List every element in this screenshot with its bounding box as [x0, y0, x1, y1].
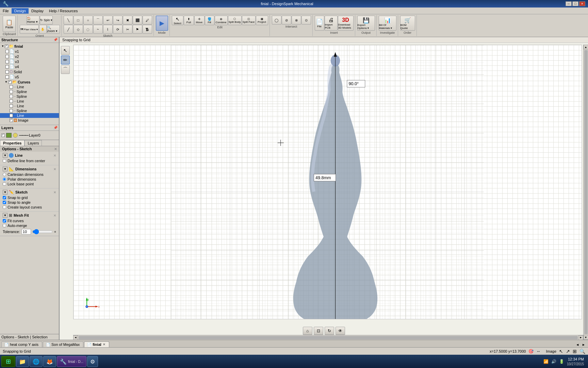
- tree-check-finial[interactable]: [5, 45, 8, 48]
- tree-check-line4[interactable]: [10, 114, 13, 117]
- sketch-btn-6[interactable]: ↪: [113, 16, 122, 25]
- tolerance-input[interactable]: [21, 229, 31, 234]
- start-button[interactable]: ⊞: [1, 356, 15, 367]
- sketch-btn-18[interactable]: 🗜: [143, 25, 152, 34]
- tree-check-line3[interactable]: [10, 104, 13, 108]
- menu-display[interactable]: Display: [29, 8, 46, 14]
- scroll-down-btn[interactable]: ▼: [584, 335, 588, 340]
- sketch-expand[interactable]: ▼: [3, 190, 7, 195]
- sketch-tool-arrow[interactable]: ↖: [61, 46, 70, 55]
- layer-check[interactable]: [1, 134, 5, 137]
- sketch-btn-2[interactable]: □: [74, 16, 83, 25]
- scrollbar-vertical[interactable]: ▲ ▼: [583, 45, 588, 340]
- viewport[interactable]: 90.0° 49.8mm: [73, 45, 582, 319]
- taskbar-explorer[interactable]: 📁: [16, 356, 29, 367]
- titlebar-controls[interactable]: ─ □ ✕: [566, 1, 585, 6]
- canvas-area[interactable]: Snapping to Grid ↖ ✏ ⌒: [59, 37, 588, 340]
- scroll-up-btn[interactable]: ▲: [584, 45, 588, 49]
- tab-finial[interactable]: 📄 finial ✕: [84, 341, 109, 347]
- tree-check-spline2[interactable]: [10, 95, 13, 98]
- taskbar-app5[interactable]: ⚙: [87, 356, 98, 367]
- sketch-btn-3[interactable]: ○: [83, 16, 93, 25]
- tolerance-slider[interactable]: [32, 230, 53, 233]
- menu-file[interactable]: File: [0, 8, 12, 14]
- checkbox-lock-base[interactable]: [3, 182, 6, 186]
- tree-check-spline3[interactable]: [10, 109, 13, 112]
- planview-button[interactable]: 🗺 Plan View ▾: [20, 25, 39, 34]
- tab-finial-close[interactable]: ✕: [103, 343, 105, 346]
- tree-item-v1[interactable]: 📄 v1: [0, 49, 59, 54]
- tree-item-line1[interactable]: ─ Line: [0, 85, 59, 89]
- file-button[interactable]: 📄File: [315, 16, 324, 31]
- tree-item-v4[interactable]: 📄 v4: [0, 64, 59, 69]
- fill-button[interactable]: 🪣Fill: [205, 16, 214, 25]
- split-face-button[interactable]: ◫Split Face: [242, 16, 256, 25]
- sketch-btn-10[interactable]: ╱: [64, 25, 73, 34]
- radio-polar[interactable]: [3, 178, 6, 181]
- sketch-tool-curve[interactable]: ⌒: [61, 65, 70, 74]
- sketch-btn-13[interactable]: ~: [93, 25, 103, 34]
- restore-button[interactable]: □: [572, 1, 578, 6]
- tree-item-v3[interactable]: 📄 v3: [0, 59, 59, 64]
- intersect-btn-1[interactable]: ◯: [272, 16, 281, 25]
- tolerance-increment[interactable]: +: [54, 230, 56, 234]
- pan-button[interactable]: ✋: [39, 25, 47, 34]
- tree-check-spline1[interactable]: [10, 90, 13, 93]
- cursor-move-icon[interactable]: ↗: [566, 349, 570, 354]
- tree-item-spline2[interactable]: ~ Spline: [0, 94, 59, 99]
- close-button[interactable]: ✕: [579, 1, 585, 6]
- intersect-btn-4[interactable]: ⊙: [301, 16, 311, 25]
- line-section-close[interactable]: ✕: [53, 154, 56, 157]
- layers-pin[interactable]: 📌: [53, 126, 58, 130]
- sketch-btn-11[interactable]: ◇: [74, 25, 83, 34]
- taskbar-firefox[interactable]: 🦊: [43, 356, 56, 367]
- sketch-btn-4[interactable]: ⌒: [93, 16, 103, 25]
- scroll-right-btn[interactable]: ►: [578, 335, 583, 340]
- home-button[interactable]: 🏠 Home ▾: [27, 16, 39, 25]
- taskbar-designspark[interactable]: 🔧 finial - D...: [57, 356, 86, 367]
- taskbar-ie[interactable]: 🌐: [30, 356, 43, 367]
- tree-item-finial[interactable]: ▼ 📁 finial: [0, 44, 59, 49]
- download-3d-button[interactable]: 3DDownload 3D Models: [338, 16, 354, 31]
- pull-button[interactable]: ⬆Pull: [184, 16, 194, 25]
- checkbox-auto-merge[interactable]: [3, 224, 6, 227]
- sketch-btn-12[interactable]: ◌: [83, 25, 93, 34]
- tab-heat-comp[interactable]: 📄 heat comp Y axis: [1, 341, 42, 347]
- paste-button[interactable]: 📋 Paste: [3, 16, 16, 32]
- select-button[interactable]: ↖Select: [172, 16, 183, 25]
- sketch-btn-8[interactable]: ⬛: [133, 16, 142, 25]
- view-rotate-btn[interactable]: ↻: [325, 327, 334, 335]
- intersect-btn-3[interactable]: ⊗: [292, 16, 301, 25]
- bom-materials-button[interactable]: 📊Bill Of Materials ▾: [379, 16, 396, 31]
- sketch-btn-1[interactable]: ╲: [64, 16, 73, 25]
- layer-color-swatch[interactable]: [6, 133, 12, 138]
- scroll-hthumb[interactable]: [79, 336, 578, 339]
- radio-cartesian[interactable]: [3, 173, 6, 176]
- combine-button[interactable]: ⊕Combine: [215, 16, 228, 25]
- tree-item-image[interactable]: 🖼 Image: [0, 118, 59, 123]
- layer-color-dot[interactable]: [13, 133, 18, 138]
- sketch-section-close[interactable]: ✕: [53, 190, 56, 194]
- sketch-btn-14[interactable]: ⌇: [103, 25, 113, 34]
- cursor-select-icon[interactable]: ↖: [559, 349, 563, 354]
- move-button[interactable]: ✛Move: [194, 16, 205, 25]
- tab-son-of-megamax[interactable]: 📄 Son of MegaMax: [43, 341, 83, 347]
- tree-check-line1[interactable]: [10, 85, 13, 89]
- split-body-button[interactable]: ⬡Split Body: [228, 16, 242, 25]
- tree-item-solid[interactable]: ⬡ Solid: [0, 69, 59, 74]
- tree-item-line3[interactable]: ─ Line: [0, 104, 59, 108]
- tree-item-v2[interactable]: 📄 v2: [0, 54, 59, 59]
- tree-item-line4[interactable]: ─ Line: [0, 113, 59, 118]
- line-expand[interactable]: ▼: [3, 153, 7, 158]
- tree-item-spline3[interactable]: ~ Spline: [0, 108, 59, 113]
- tab-properties[interactable]: Properties: [0, 140, 24, 146]
- checkbox-layout-curves[interactable]: [3, 205, 6, 209]
- view-fit-btn[interactable]: ⊡: [314, 327, 323, 335]
- tree-check-solid[interactable]: [5, 70, 9, 74]
- tab-layers[interactable]: Layers: [24, 140, 42, 146]
- sketch-btn-7[interactable]: ✖: [123, 16, 132, 25]
- scroll-left-btn[interactable]: ◄: [73, 335, 78, 340]
- checkbox-snap-angle[interactable]: [3, 201, 6, 204]
- tabs-scroll-right[interactable]: ►: [581, 342, 587, 347]
- zoom-fit-icon[interactable]: 🔍: [579, 349, 585, 354]
